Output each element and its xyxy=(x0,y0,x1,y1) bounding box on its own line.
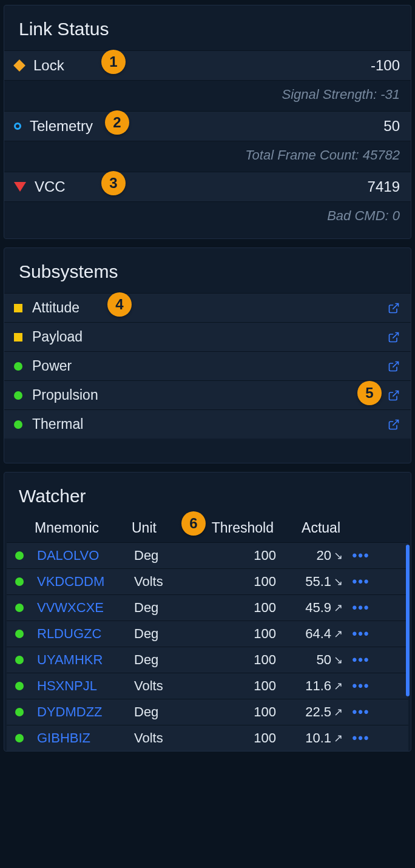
watcher-title: Watcher xyxy=(4,473,411,517)
status-dot-icon xyxy=(15,551,24,560)
mnemonic-link[interactable]: GIBHBIZ xyxy=(37,730,134,746)
svg-line-3 xyxy=(393,391,398,396)
subsystem-label: Power xyxy=(32,358,72,374)
arrow-up-icon: ↗ xyxy=(334,679,343,693)
link-status-subtext: Signal Strength: -31 xyxy=(4,80,411,111)
actual-cell: 50↘ xyxy=(280,652,346,668)
actual-cell: 45.9↗ xyxy=(280,600,346,616)
watcher-body[interactable]: DALOLVODeg10020↘•••VKDCDDMVolts10055.1↘•… xyxy=(7,542,408,751)
unit-cell: Volts xyxy=(134,678,201,694)
annotation-badge: 1 xyxy=(101,50,126,74)
svg-line-4 xyxy=(393,420,398,425)
actual-cell: 11.6↗ xyxy=(280,678,346,694)
status-dot-icon xyxy=(15,577,24,586)
arrow-up-icon: ↗ xyxy=(334,627,343,641)
subsystem-row-power[interactable]: Power xyxy=(4,351,411,380)
threshold-cell: 100 xyxy=(201,600,280,616)
threshold-cell: 100 xyxy=(201,730,280,746)
square-icon xyxy=(14,333,22,341)
arrow-down-icon: ↘ xyxy=(334,653,343,667)
more-actions-button[interactable]: ••• xyxy=(346,678,376,694)
status-dot-icon xyxy=(15,682,24,690)
actual-cell: 55.1↘ xyxy=(280,574,346,590)
dot-icon xyxy=(14,362,22,371)
unit-cell: Volts xyxy=(134,730,201,746)
col-threshold: Threshold xyxy=(198,520,277,536)
arrow-down-icon: ↘ xyxy=(334,549,343,562)
threshold-cell: 100 xyxy=(201,678,280,694)
link-status-label: VCC xyxy=(35,178,66,195)
watcher-row[interactable]: DALOLVODeg10020↘••• xyxy=(7,542,408,568)
subsystem-row-thermal[interactable]: Thermal xyxy=(4,409,411,439)
dot-icon xyxy=(14,391,22,400)
diamond-icon xyxy=(13,59,25,72)
more-actions-button[interactable]: ••• xyxy=(346,574,376,590)
arrow-up-icon: ↗ xyxy=(334,732,343,745)
link-status-row-telemetry[interactable]: Telemetry 50 2 xyxy=(4,111,411,141)
subsystem-row-propulsion[interactable]: Propulsion 5 xyxy=(4,380,411,409)
more-actions-button[interactable]: ••• xyxy=(346,704,376,720)
actual-cell: 20↘ xyxy=(280,548,346,564)
mnemonic-link[interactable]: RLDUGZC xyxy=(37,626,134,642)
link-status-row-lock[interactable]: Lock -100 1 xyxy=(4,50,411,80)
more-actions-button[interactable]: ••• xyxy=(346,600,376,616)
link-status-panel: Link Status Lock -100 1 Signal Strength:… xyxy=(4,5,411,239)
link-status-value: 50 xyxy=(383,118,400,135)
svg-line-0 xyxy=(393,303,398,309)
watcher-row[interactable]: HSXNPJLVolts10011.6↗••• xyxy=(7,673,408,699)
watcher-row[interactable]: RLDUGZCDeg10064.4↗••• xyxy=(7,621,408,647)
scrollbar-thumb[interactable] xyxy=(406,545,410,696)
link-status-row-vcc[interactable]: VCC 7419 3 xyxy=(4,172,411,201)
subsystem-row-attitude[interactable]: Attitude 4 xyxy=(4,293,411,322)
open-external-icon[interactable] xyxy=(388,360,400,372)
arrow-up-icon: ↗ xyxy=(334,705,343,719)
mnemonic-link[interactable]: UYAMHKR xyxy=(37,652,134,668)
unit-cell: Deg xyxy=(134,626,201,642)
threshold-cell: 100 xyxy=(201,548,280,564)
mnemonic-link[interactable]: DYDMDZZ xyxy=(37,704,134,720)
open-external-icon[interactable] xyxy=(388,331,400,343)
subsystem-label: Thermal xyxy=(32,416,83,432)
watcher-row[interactable]: VKDCDDMVolts10055.1↘••• xyxy=(7,568,408,594)
status-dot-icon xyxy=(15,656,24,664)
arrow-down-icon: ↘ xyxy=(334,575,343,588)
status-dot-icon xyxy=(15,604,24,612)
subsystem-row-payload[interactable]: Payload xyxy=(4,322,411,351)
link-status-title: Link Status xyxy=(4,5,411,50)
mnemonic-link[interactable]: HSXNPJL xyxy=(37,678,134,694)
watcher-row[interactable]: DYDMDZZDeg10022.5↗••• xyxy=(7,699,408,725)
dashboard-root: Link Status Lock -100 1 Signal Strength:… xyxy=(0,5,415,752)
open-external-icon[interactable] xyxy=(388,419,400,431)
watcher-row[interactable]: UYAMHKRDeg10050↘••• xyxy=(7,647,408,673)
annotation-badge: 4 xyxy=(107,292,132,317)
more-actions-button[interactable]: ••• xyxy=(346,548,376,564)
watcher-row[interactable]: GIBHBIZVolts10010.1↗••• xyxy=(7,725,408,751)
watcher-header-row: Mnemonic Unit Threshold Actual xyxy=(4,517,411,542)
threshold-cell: 100 xyxy=(201,704,280,720)
unit-cell: Deg xyxy=(134,600,201,616)
col-mnemonic: Mnemonic xyxy=(35,520,132,536)
dot-icon xyxy=(14,420,22,429)
actual-cell: 10.1↗ xyxy=(280,730,346,746)
link-status-subtext: Total Frame Count: 45782 xyxy=(4,141,411,172)
mnemonic-link[interactable]: DALOLVO xyxy=(37,548,134,564)
svg-line-1 xyxy=(393,332,398,338)
subsystem-label: Propulsion xyxy=(32,387,98,403)
ring-icon xyxy=(14,123,21,130)
subsystems-title: Subsystems xyxy=(4,248,411,293)
more-actions-button[interactable]: ••• xyxy=(346,652,376,668)
unit-cell: Deg xyxy=(134,704,201,720)
more-actions-button[interactable]: ••• xyxy=(346,626,376,642)
mnemonic-link[interactable]: VKDCDDM xyxy=(37,574,134,590)
more-actions-button[interactable]: ••• xyxy=(346,730,376,746)
mnemonic-link[interactable]: VVWXCXE xyxy=(37,600,134,616)
open-external-icon[interactable] xyxy=(388,302,400,314)
unit-cell: Deg xyxy=(134,548,201,564)
annotation-badge: 6 xyxy=(181,511,206,536)
threshold-cell: 100 xyxy=(201,626,280,642)
link-status-label: Telemetry xyxy=(30,118,93,135)
watcher-row[interactable]: VVWXCXEDeg10045.9↗••• xyxy=(7,594,408,621)
col-actual: Actual xyxy=(277,520,344,536)
open-external-icon[interactable] xyxy=(388,389,400,402)
status-dot-icon xyxy=(15,708,24,716)
